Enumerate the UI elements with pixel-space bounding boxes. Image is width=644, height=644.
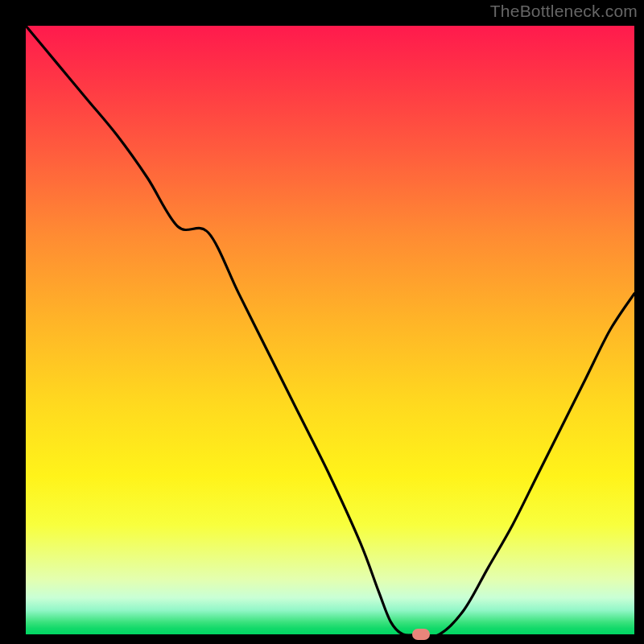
optimal-marker — [412, 629, 430, 640]
plot-area — [26, 26, 634, 634]
chart-frame: TheBottleneck.com — [0, 0, 644, 644]
watermark-text: TheBottleneck.com — [490, 2, 638, 21]
bottleneck-curve — [26, 26, 634, 634]
